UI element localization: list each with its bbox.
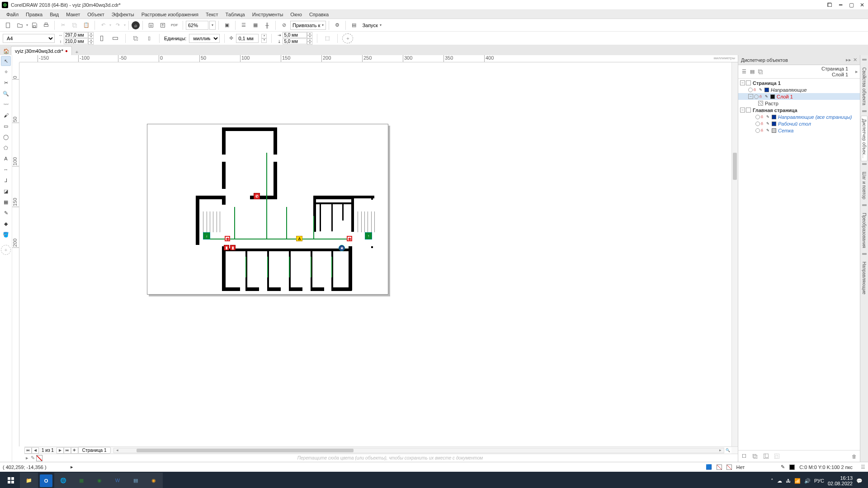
document-tab-close-icon[interactable]: ● [65, 48, 68, 53]
snap-off-icon[interactable]: ⊘ [278, 20, 289, 30]
menu-view[interactable]: Вид [46, 11, 62, 18]
color-proof-icon[interactable]: 🟦 [706, 464, 712, 470]
treat-as-filled-icon[interactable]: ⬚ [322, 33, 333, 43]
dupy-spinner[interactable]: ▴▾ [307, 38, 312, 45]
welcome-tab-icon[interactable]: 🏠 [2, 47, 11, 55]
canvas-viewport[interactable]: ↓ ↑ ✆ ◉ ◉ ▮ ▮ ⚠ ✳ [19, 62, 731, 446]
freehand-tool[interactable]: 〰 [1, 99, 11, 109]
paper-size-select[interactable]: A4 [3, 34, 55, 43]
move-to-layer-button[interactable]: ⿵ [773, 452, 781, 460]
status-arrow-icon[interactable]: ▸ [71, 464, 73, 470]
print-button[interactable] [41, 20, 52, 30]
new-master-layer-button[interactable]: ⿻ [751, 452, 759, 460]
tray-cloud-icon[interactable]: ☁ [777, 478, 782, 484]
quick-customize-button[interactable]: + [1, 245, 11, 255]
redo-button[interactable]: ↷ [112, 20, 123, 30]
current-page-icon[interactable]: ▯ [144, 33, 155, 43]
snap-dropdown[interactable]: Привязать к▾ [290, 21, 326, 30]
ellipse-tool[interactable]: ◯ [1, 132, 11, 142]
horizontal-scrollbar[interactable]: ◂ ▸ [113, 448, 724, 453]
next-page-button[interactable]: ▶ [57, 447, 64, 454]
prev-page-button[interactable]: ◀ [32, 447, 39, 454]
outline-swatch[interactable] [789, 465, 795, 470]
menu-help[interactable]: Справка [306, 11, 332, 18]
vertical-scrollbar[interactable] [731, 62, 738, 446]
menu-object[interactable]: Объект [84, 11, 108, 18]
size-grip[interactable] [731, 447, 738, 454]
docker-menu-icon[interactable]: ▸▸ [846, 57, 851, 63]
paste-button[interactable]: 📋 [81, 20, 92, 30]
interactive-fill-tool[interactable]: ◆ [1, 219, 11, 229]
pick-tool[interactable]: ↖ [1, 56, 11, 66]
text-tool[interactable]: A [1, 154, 11, 164]
show-pages-icon[interactable]: ☰ [740, 68, 748, 76]
guidelines-icon[interactable]: ╫ [262, 20, 273, 30]
layer-view-icon[interactable]: ▤ [748, 68, 756, 76]
zoom-dropdown[interactable]: ▾ [209, 21, 216, 30]
docker-tab-handle[interactable] [862, 59, 867, 61]
export-button[interactable] [157, 20, 168, 30]
minimize-button[interactable]: ━ [836, 2, 844, 8]
eyedropper-tool[interactable]: ✎ [1, 208, 11, 218]
new-master-layer-all-button[interactable]: ⿺ [762, 452, 770, 460]
hscroll-right-icon[interactable]: ▸ [717, 448, 723, 452]
v-scroll-thumb[interactable] [733, 153, 737, 180]
tree-desktop[interactable]: ⎙✎Рабочий стол [738, 120, 860, 127]
shape-tool[interactable]: ✧ [1, 67, 11, 77]
vtab-guidelines[interactable]: Направляющие [861, 258, 868, 298]
taskbar-coreldraw[interactable]: ◉ [90, 473, 108, 488]
crop-tool[interactable]: ✂ [1, 78, 11, 88]
tree-raster[interactable]: Растр [738, 100, 860, 107]
portrait-button[interactable] [96, 33, 107, 43]
new-button[interactable] [3, 20, 14, 30]
tree-guides[interactable]: ⎙✎Направляющие [738, 86, 860, 93]
tree-page-1[interactable]: −Страница 1 [738, 80, 860, 86]
first-page-button[interactable]: ⏮ [24, 447, 32, 454]
taskbar-clock[interactable]: 16:13 02.08.2022 [828, 475, 853, 486]
pdf-button[interactable]: PDF [169, 20, 180, 30]
taskbar-1c[interactable]: ◉ [145, 473, 163, 488]
grid-icon[interactable]: ▦ [250, 20, 261, 30]
close-button[interactable]: ✕ [858, 2, 866, 8]
launch-icon[interactable]: ▤ [349, 20, 359, 30]
horizontal-ruler[interactable]: -150 -100 -50 0 50 100 150 200 250 300 3… [19, 55, 738, 62]
transparency-tool[interactable]: ▦ [1, 197, 11, 207]
taskbar-calc[interactable]: ▤ [127, 473, 145, 488]
menu-effects[interactable]: Эффекты [108, 11, 138, 18]
menu-layout[interactable]: Макет [62, 11, 84, 18]
vtab-transformations[interactable]: Преобразования [861, 210, 868, 251]
fullscreen-button[interactable]: ▣ [222, 20, 232, 30]
menu-text[interactable]: Текст [202, 11, 222, 18]
start-button[interactable] [2, 473, 20, 488]
fill-none-icon-2[interactable] [726, 465, 732, 470]
document-tab[interactable]: vyiz j30m40wq3d.cdr* ● [11, 46, 72, 55]
docker-close-icon[interactable]: ✕ [853, 57, 857, 63]
restore-icon[interactable]: ⧠ [826, 2, 834, 8]
menu-table[interactable]: Таблица [222, 11, 249, 18]
add-page-nav-button[interactable]: ✚ [71, 447, 78, 454]
cut-button[interactable]: ✂ [57, 20, 68, 30]
drop-shadow-tool[interactable]: ◪ [1, 186, 11, 196]
maximize-button[interactable]: ▢ [847, 2, 855, 8]
open-button[interactable] [14, 20, 25, 30]
vtab-properties[interactable]: Свойства объекта [861, 64, 868, 108]
width-spinner[interactable]: ▴▾ [88, 32, 94, 38]
dupx-spinner[interactable]: ▴▾ [307, 32, 312, 38]
palette-left-arrow-icon[interactable]: ▸ [24, 455, 30, 461]
menu-edit[interactable]: Правка [22, 11, 46, 18]
edit-across-icon[interactable]: ⿻ [756, 68, 764, 76]
tray-notifications-icon[interactable]: 💬 [856, 478, 863, 484]
zoom-input[interactable] [186, 21, 208, 30]
search-button[interactable]: ⌕ [132, 21, 140, 29]
delete-layer-button[interactable]: 🗑 [850, 452, 858, 460]
tray-volume-icon[interactable]: 🔊 [804, 478, 811, 484]
last-page-button[interactable]: ⏭ [64, 447, 71, 454]
rulers-icon[interactable]: ☰ [238, 20, 249, 30]
options-button[interactable]: ⚙ [332, 20, 343, 30]
page-width-input[interactable] [64, 32, 88, 38]
artistic-media-tool[interactable]: 🖌 [1, 110, 11, 120]
palette-noswatch[interactable] [36, 455, 42, 461]
menu-window[interactable]: Окно [287, 11, 306, 18]
object-tree[interactable]: −Страница 1 ⎙✎Направляющие −⎙✎Слой 1 Рас… [738, 79, 860, 450]
taskbar-word[interactable]: W [108, 473, 127, 488]
